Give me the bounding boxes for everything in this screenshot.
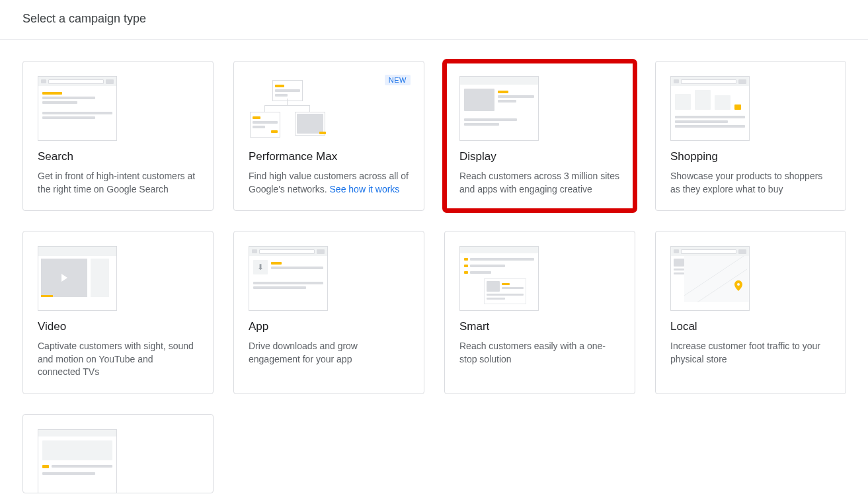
card-title: Local <box>670 320 831 333</box>
campaign-card-discovery[interactable]: Discovery <box>22 414 214 493</box>
card-title: App <box>249 320 409 333</box>
card-desc: Reach customers across 3 million sites a… <box>459 170 620 196</box>
campaign-card-display[interactable]: Display Reach customers across 3 million… <box>444 61 635 211</box>
card-title: Shopping <box>670 150 831 163</box>
campaign-card-performance-max[interactable]: NEW Performance Max <box>233 61 424 211</box>
campaign-type-grid: Search Get in front of high-intent custo… <box>0 40 868 498</box>
pmax-thumbnail <box>249 76 328 141</box>
new-badge: NEW <box>385 75 411 85</box>
video-thumbnail <box>38 246 117 311</box>
card-desc: Reach customers easily with a one-stop s… <box>459 340 620 366</box>
page-header: Select a campaign type <box>0 0 868 40</box>
card-title: Performance Max <box>249 150 409 163</box>
local-thumbnail <box>670 246 750 311</box>
campaign-card-video[interactable]: Video Captivate customers with sight, so… <box>22 231 214 394</box>
card-desc: Increase customer foot traffic to your p… <box>670 340 831 366</box>
card-title: Video <box>38 320 198 333</box>
app-thumbnail: ⬇ <box>249 246 328 311</box>
card-desc: Drive downloads and grow engagement for … <box>249 340 409 366</box>
card-desc: Find high value customers across all of … <box>249 170 409 196</box>
download-icon: ⬇ <box>257 263 264 272</box>
campaign-card-shopping[interactable]: Shopping Showcase your products to shopp… <box>655 61 846 211</box>
card-title: Search <box>38 150 198 163</box>
campaign-type-selector: Select a campaign type Search Get in fro… <box>0 0 868 498</box>
card-desc: Showcase your products to shoppers as th… <box>670 170 831 196</box>
smart-thumbnail <box>459 246 539 311</box>
card-desc: Captivate customers with sight, sound an… <box>38 340 198 379</box>
campaign-card-app[interactable]: ⬇ App Drive downloads and grow engagemen… <box>233 231 424 394</box>
card-title: Display <box>459 150 620 163</box>
card-title: Smart <box>459 320 620 333</box>
search-thumbnail <box>38 76 117 141</box>
see-how-it-works-link[interactable]: See how it works <box>330 184 400 194</box>
discovery-thumbnail <box>38 429 117 493</box>
campaign-card-search[interactable]: Search Get in front of high-intent custo… <box>22 61 214 211</box>
card-desc: Get in front of high-intent customers at… <box>38 170 198 196</box>
shopping-thumbnail <box>670 76 750 141</box>
campaign-card-local[interactable]: Local Increase customer foot traffic to … <box>655 231 846 394</box>
page-title: Select a campaign type <box>22 12 846 26</box>
display-thumbnail <box>459 76 539 141</box>
campaign-card-smart[interactable]: Smart Reach customers easily with a one-… <box>444 231 635 394</box>
map-pin-icon <box>734 280 742 293</box>
